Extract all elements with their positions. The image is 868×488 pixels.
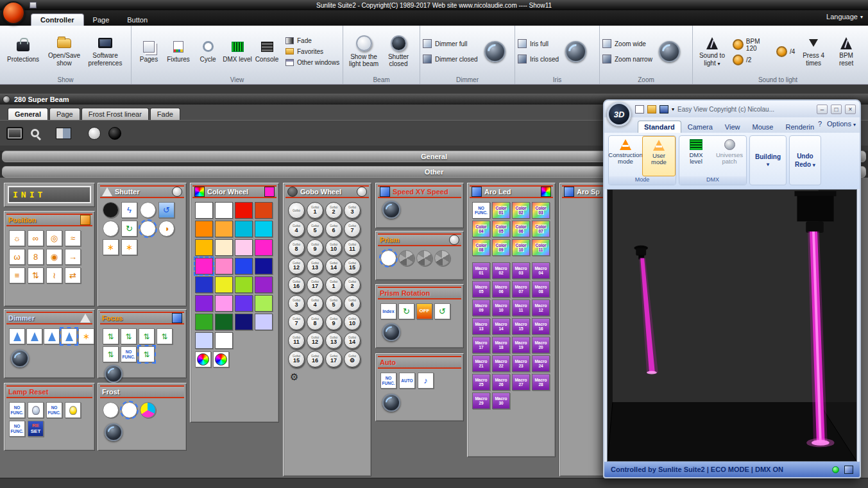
- gobo-knob-button[interactable]: Gobo3: [288, 295, 305, 312]
- 3d-viewport[interactable]: [607, 189, 857, 462]
- aro-macro-button[interactable]: Macro26: [492, 374, 510, 391]
- aro-macro-button[interactable]: Macro20: [532, 337, 550, 353]
- color-18[interactable]: [215, 276, 233, 293]
- iris-dial[interactable]: [565, 41, 586, 62]
- gobo-knob-button[interactable]: Gobo5: [307, 221, 323, 237]
- cycle-button[interactable]: Cycle: [193, 40, 223, 63]
- maximize-button[interactable]: □: [831, 105, 842, 114]
- gobo-knob-button[interactable]: Gobo6: [344, 295, 361, 312]
- color-16[interactable]: [255, 258, 273, 274]
- lamp-off-button[interactable]: [28, 402, 44, 418]
- statusbar-network-icon[interactable]: [844, 466, 853, 474]
- aro-macro-button[interactable]: Macro23: [512, 355, 530, 372]
- dimmer-strobe[interactable]: ∗: [78, 328, 94, 344]
- color-23[interactable]: [235, 295, 253, 312]
- aro-macro-button[interactable]: Macro17: [472, 337, 490, 353]
- gobo-knob-button[interactable]: Gobo13: [307, 258, 323, 274]
- easyview-tab[interactable]: Camera: [682, 121, 719, 133]
- strobe-random[interactable]: ↺: [158, 202, 174, 218]
- gobo-knob-button[interactable]: Gobo5: [325, 295, 342, 312]
- gobo-knob-button[interactable]: Gobo10: [344, 314, 361, 330]
- gobo-knob-button[interactable]: Gobo15: [344, 258, 361, 274]
- frost-on-selected[interactable]: [121, 402, 137, 418]
- dimmer-group-dial[interactable]: [11, 349, 29, 367]
- shutter-split[interactable]: ◑: [158, 221, 174, 237]
- shutter-open-selected[interactable]: [140, 221, 156, 237]
- split-view-icon[interactable]: [56, 128, 71, 139]
- easyview-tab[interactable]: Mouse: [746, 121, 779, 133]
- aro-color-08[interactable]: Color08: [472, 239, 490, 256]
- dmx-level-button[interactable]: DMXlevel: [679, 136, 713, 176]
- aro-led-color-icon[interactable]: [541, 187, 551, 197]
- easyview-tab[interactable]: Renderin: [780, 121, 821, 133]
- bpm-reset-button[interactable]: BPM reset: [832, 36, 860, 67]
- aro-color-04[interactable]: Color04: [472, 221, 490, 237]
- color-06[interactable]: [215, 221, 233, 237]
- software-preferences-button[interactable]: Software preferences: [85, 36, 126, 67]
- gobo-knob-button[interactable]: Gobo8: [307, 314, 323, 330]
- universes-patch-button[interactable]: Universespatch: [713, 136, 746, 176]
- shutter-pulse-close[interactable]: ∗: [121, 239, 137, 255]
- focus-5[interactable]: ⇅: [103, 346, 119, 362]
- aro-color-01[interactable]: Color01: [492, 202, 510, 219]
- aro-color-07[interactable]: Color07: [532, 221, 550, 237]
- beam-closed-toolbar-icon[interactable]: [108, 127, 121, 140]
- dimmer-beam-3[interactable]: [44, 328, 60, 344]
- aro-color-03[interactable]: Color03: [532, 202, 550, 219]
- magnifier-icon[interactable]: [31, 129, 39, 137]
- position-preset-button[interactable]: →: [65, 249, 81, 265]
- color-30[interactable]: [215, 332, 233, 349]
- color-05[interactable]: [195, 221, 213, 237]
- gobo-knob-button[interactable]: Gobo16: [307, 351, 323, 367]
- aro-color-11[interactable]: Color11: [532, 239, 550, 256]
- aro-macro-button[interactable]: Macro16: [532, 318, 550, 335]
- gobo-knob-button[interactable]: Gobo6: [325, 221, 342, 237]
- button-preview-icon[interactable]: [6, 127, 23, 140]
- zoom-wide-button[interactable]: Zoom wide: [602, 39, 652, 48]
- press-4-times-button[interactable]: Press 4 times: [799, 36, 828, 67]
- sunlite-logo-icon[interactable]: [2, 1, 25, 24]
- dimmer-beam-selected[interactable]: [61, 328, 77, 344]
- position-preset-button[interactable]: ◉: [46, 249, 62, 265]
- bottom-scroll-strip[interactable]: [0, 478, 868, 488]
- ribbon-tab[interactable]: Controller: [31, 13, 84, 26]
- position-header-icon[interactable]: [80, 215, 90, 225]
- gobo-knob-button[interactable]: Gobo17: [325, 351, 342, 367]
- frost-open[interactable]: [103, 402, 119, 418]
- gobo-knob-button[interactable]: Gobo9: [307, 239, 323, 256]
- aro-macro-button[interactable]: Macro13: [472, 318, 490, 335]
- auto-no-func[interactable]: NOFUNC.: [380, 373, 396, 389]
- color-29[interactable]: [195, 332, 213, 349]
- gobo-knob-button[interactable]: Gobo13: [325, 332, 342, 349]
- fixtures-button[interactable]: Fixtures: [164, 40, 193, 63]
- focus-3[interactable]: ⇅: [139, 328, 155, 344]
- shutter-open[interactable]: [140, 202, 156, 218]
- options-menu[interactable]: Options ▾: [827, 120, 856, 128]
- gobo-header-knob-icon[interactable]: [357, 187, 367, 197]
- prism-index[interactable]: Index: [380, 303, 396, 319]
- color-21[interactable]: [195, 295, 213, 312]
- color-04[interactable]: [255, 202, 273, 219]
- gobo-knob-button[interactable]: Gobo1: [325, 276, 342, 293]
- strobe-sync[interactable]: ↻: [121, 221, 137, 237]
- new-document-icon[interactable]: [635, 105, 644, 114]
- shutter-closed[interactable]: [103, 202, 119, 218]
- reset-button[interactable]: RESET: [28, 421, 44, 437]
- shutter-closed-button[interactable]: Shutter closed: [382, 35, 415, 68]
- iris-full-button[interactable]: Iris full: [518, 39, 559, 48]
- prism-facet-1[interactable]: [398, 250, 414, 266]
- undo-redo-button[interactable]: Undo Redo ▾: [789, 135, 821, 185]
- auto-dial[interactable]: [382, 394, 400, 412]
- zoom-dial[interactable]: [659, 41, 680, 62]
- fade-toggle[interactable]: Fade: [285, 37, 339, 44]
- color-28[interactable]: [255, 314, 273, 330]
- prism-facet-3[interactable]: [434, 250, 450, 266]
- console-button[interactable]: Console: [252, 40, 282, 63]
- aro-macro-button[interactable]: Macro21: [472, 355, 490, 372]
- open-save-show-button[interactable]: Open/Save show: [44, 36, 85, 67]
- color-11[interactable]: [235, 239, 253, 256]
- aro-no-func[interactable]: NOFUNC.: [472, 202, 490, 219]
- language-menu[interactable]: Language ▾: [826, 13, 863, 21]
- aro-macro-button[interactable]: Macro07: [512, 281, 530, 298]
- building-menu-button[interactable]: Building ▾: [749, 135, 787, 185]
